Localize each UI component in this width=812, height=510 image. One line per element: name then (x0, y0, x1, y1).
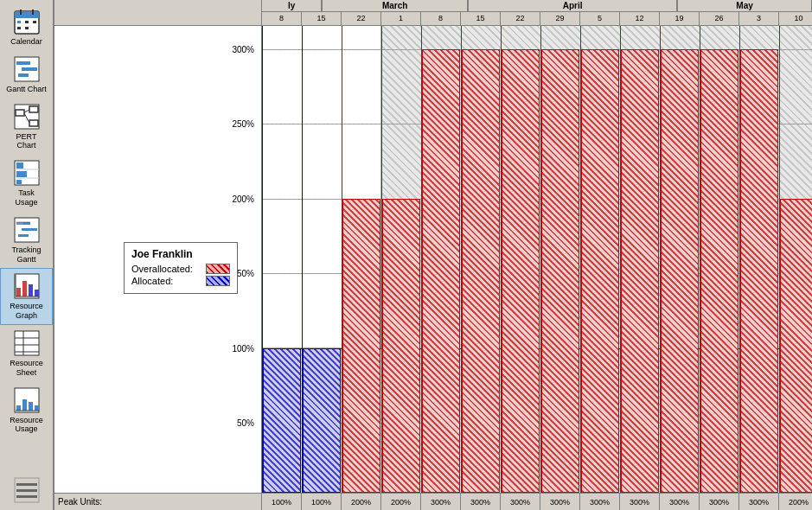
chart-header: ly March April May 8 15 22 1 8 15 22 29 … (54, 0, 812, 26)
svg-rect-6 (33, 21, 36, 23)
svg-rect-27 (16, 222, 23, 225)
legend-overallocated-label: Overallocated: (131, 264, 201, 274)
peak-cell-8: 300% (580, 494, 620, 510)
sidebar-item-task-usage[interactable]: TaskUsage (0, 155, 53, 212)
bar-col10 (661, 49, 699, 493)
tracking-gantt-icon (13, 216, 41, 244)
svg-rect-24 (16, 180, 22, 184)
date-22a: 22 (342, 12, 381, 25)
date-3: 3 (739, 12, 779, 25)
sidebar-item-resource-graph[interactable]: ResourceGraph (0, 268, 53, 325)
date-10: 10 (779, 12, 812, 25)
date-8b: 8 (421, 12, 461, 25)
date-15a: 15 (302, 12, 342, 25)
chart-body: 300% 250% 200% 150% 100% 50% Joe Frankli… (54, 26, 812, 493)
chart-y-axis: 300% 250% 200% 150% 100% 50% Joe Frankli… (54, 26, 262, 493)
svg-rect-34 (29, 284, 33, 296)
resource-graph-icon (13, 272, 41, 300)
task-usage-icon (13, 159, 41, 187)
legend-allocated-label: Allocated: (131, 276, 201, 286)
svg-rect-5 (25, 21, 29, 23)
svg-rect-50 (16, 483, 37, 486)
bar-col6 (502, 49, 540, 493)
sidebar-item-calendar[interactable]: Calendar (0, 3, 53, 51)
date-12: 12 (620, 12, 660, 25)
peak-cell-4: 300% (421, 494, 461, 510)
more-icon (13, 476, 41, 504)
svg-rect-45 (22, 399, 27, 411)
legend-allocated-row: Allocated: (131, 276, 230, 286)
sidebar-item-more[interactable] (0, 472, 53, 510)
svg-rect-10 (16, 61, 30, 65)
timeline-dates: 8 15 22 1 8 15 22 29 5 12 19 26 3 10 (262, 12, 812, 25)
peak-values: 100% 100% 200% 200% 300% 300% 300% 300% … (262, 494, 812, 510)
chart-content (262, 26, 812, 493)
svg-rect-33 (22, 281, 27, 296)
svg-rect-52 (16, 495, 37, 498)
bar-col2 (342, 199, 380, 493)
timeline-months: ly March April May (262, 0, 812, 12)
legend-box: Joe Franklin Overallocated: Allocated: (124, 242, 238, 294)
tracking-gantt-label: TrackingGantt (11, 245, 41, 265)
svg-rect-28 (22, 228, 37, 231)
peak-cell-11: 300% (700, 494, 739, 510)
date-15b: 15 (461, 12, 501, 25)
bar-col4 (422, 49, 460, 493)
svg-rect-13 (15, 105, 39, 129)
resource-usage-icon (13, 386, 41, 414)
svg-rect-12 (18, 73, 29, 77)
pert-chart-icon (13, 103, 41, 131)
peak-cell-5: 300% (461, 494, 501, 510)
resource-sheet-icon (13, 329, 41, 357)
y-label-250: 250% (232, 119, 254, 129)
svg-rect-32 (16, 288, 21, 296)
bar-col12 (740, 49, 778, 493)
date-22b: 22 (501, 12, 540, 25)
bar-col0 (263, 348, 301, 493)
svg-rect-35 (35, 290, 39, 296)
date-29: 29 (540, 12, 580, 25)
sidebar-item-resource-usage[interactable]: ResourceUsage (0, 382, 53, 439)
bar-col7 (541, 49, 579, 493)
chart-left-col (54, 0, 262, 25)
resource-usage-label: ResourceUsage (10, 416, 43, 435)
y-label-50: 50% (237, 418, 254, 428)
bar-col5 (462, 49, 500, 493)
bar-col3 (382, 199, 420, 493)
bar-col1 (303, 348, 341, 493)
svg-rect-29 (18, 234, 29, 237)
svg-rect-7 (17, 27, 21, 29)
date-5: 5 (580, 12, 620, 25)
date-1: 1 (381, 12, 421, 25)
svg-rect-1 (15, 11, 39, 18)
month-march: March (322, 0, 468, 11)
sidebar-item-pert-chart[interactable]: PERTChart (0, 99, 53, 156)
date-19: 19 (660, 12, 700, 25)
y-label-100: 100% (232, 343, 254, 353)
bar-col8 (581, 49, 619, 493)
calendar-icon (13, 8, 41, 35)
sidebar-item-resource-sheet[interactable]: ResourceSheet (0, 325, 53, 382)
sidebar-item-tracking-gantt[interactable]: TrackingGantt (0, 212, 53, 269)
peak-cell-6: 300% (501, 494, 540, 510)
peak-cell-7: 300% (540, 494, 580, 510)
bar-col13 (780, 199, 812, 493)
peak-cell-13: 200% (779, 494, 812, 510)
task-usage-label: TaskUsage (15, 188, 37, 207)
svg-rect-47 (35, 405, 39, 411)
y-label-300: 300% (232, 45, 254, 54)
peak-units-label: Peak Units: (54, 494, 262, 510)
svg-rect-4 (17, 21, 21, 23)
sidebar-item-gantt-chart[interactable]: Gantt Chart (0, 51, 53, 99)
date-26: 26 (700, 12, 739, 25)
resource-sheet-label: ResourceSheet (10, 359, 43, 378)
bar-col9 (621, 49, 659, 493)
bar-col11 (700, 49, 738, 493)
peak-cell-2: 200% (342, 494, 381, 510)
svg-rect-23 (16, 171, 27, 177)
resource-graph-label: ResourceGraph (10, 302, 43, 321)
svg-rect-11 (22, 67, 37, 71)
chart-timeline: ly March April May 8 15 22 1 8 15 22 29 … (262, 0, 812, 25)
date-8a: 8 (262, 12, 302, 25)
overallocated-swatch (206, 264, 230, 274)
